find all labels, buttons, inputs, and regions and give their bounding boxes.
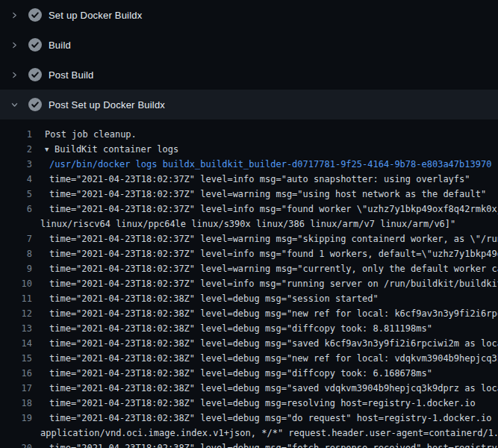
step-label: Set up Docker Buildx — [49, 10, 142, 21]
collapse-triangle-icon: ▼ — [45, 142, 55, 157]
line-number[interactable]: 19 — [0, 411, 32, 426]
line-number — [0, 426, 32, 441]
log-line-1: 1Post job cleanup. — [0, 127, 498, 142]
log-text: time="2021-04-23T18:02:37Z" level=info m… — [32, 202, 498, 217]
log-line-14: 14time="2021-04-23T18:02:38Z" level=debu… — [0, 336, 498, 351]
line-number — [0, 217, 32, 231]
log-line-continuation: application/vnd.oci.image.index.v1+json,… — [0, 426, 498, 441]
log-group-toggle[interactable]: ▼BuildKit container logs — [32, 142, 178, 157]
log-text: BuildKit container logs — [55, 144, 178, 155]
log-area: 1Post job cleanup.2▼BuildKit container l… — [0, 119, 498, 448]
log-text: time="2021-04-23T18:02:37Z" level=warnin… — [32, 261, 498, 276]
workflow-steps-list: Set up Docker BuildxBuildPost BuildPost … — [0, 0, 498, 119]
chevron-down-icon — [9, 99, 19, 110]
log-text: time="2021-04-23T18:02:38Z" level=debug … — [32, 321, 432, 336]
step-label: Post Set up Docker Buildx — [49, 99, 165, 111]
chevron-right-icon — [9, 10, 19, 20]
log-text: time="2021-04-23T18:02:37Z" level=warnin… — [32, 231, 498, 246]
check-circle-icon — [28, 8, 42, 22]
log-line-11: 11time="2021-04-23T18:02:38Z" level=debu… — [0, 291, 498, 306]
line-number[interactable]: 6 — [0, 202, 32, 217]
check-circle-icon — [28, 68, 42, 81]
line-number[interactable]: 18 — [0, 396, 32, 411]
line-number[interactable]: 2 — [0, 142, 32, 157]
log-text: time="2021-04-23T18:02:38Z" level=debug … — [32, 306, 498, 321]
step-label: Post Build — [49, 69, 94, 81]
log-line-16: 16time="2021-04-23T18:02:38Z" level=debu… — [0, 366, 498, 381]
log-text: time="2021-04-23T18:02:38Z" level=debug … — [32, 366, 432, 381]
line-number[interactable]: 4 — [0, 172, 32, 187]
step-header-post-build[interactable]: Post Build — [0, 60, 498, 90]
log-text: time="2021-04-23T18:02:38Z" level=debug … — [32, 336, 498, 351]
log-text: time="2021-04-23T18:02:38Z" level=debug … — [32, 411, 498, 426]
line-number[interactable]: 1 — [0, 127, 32, 142]
log-command-text: /usr/bin/docker logs buildx_buildkit_bui… — [32, 157, 491, 172]
log-text: time="2021-04-23T18:02:37Z" level=info m… — [32, 246, 498, 261]
log-text: time="2021-04-23T18:02:37Z" level=warnin… — [32, 187, 486, 202]
chevron-right-icon — [9, 69, 19, 80]
line-number[interactable]: 15 — [0, 351, 32, 366]
log-line-12: 12time="2021-04-23T18:02:38Z" level=debu… — [0, 306, 498, 321]
line-number[interactable]: 8 — [0, 246, 32, 261]
line-number[interactable]: 13 — [0, 321, 32, 336]
step-header-build[interactable]: Build — [0, 30, 498, 60]
line-number[interactable]: 20 — [0, 441, 32, 448]
line-number[interactable]: 3 — [0, 157, 32, 172]
line-number[interactable]: 9 — [0, 261, 32, 276]
log-text: time="2021-04-23T18:02:37Z" level=info m… — [32, 276, 498, 291]
log-line-4: 4time="2021-04-23T18:02:37Z" level=info … — [0, 172, 498, 187]
line-number[interactable]: 12 — [0, 306, 32, 321]
step-header-post-set-up-docker-buildx[interactable]: Post Set up Docker Buildx — [0, 90, 498, 119]
log-line-15: 15time="2021-04-23T18:02:38Z" level=debu… — [0, 351, 498, 366]
line-number[interactable]: 7 — [0, 231, 32, 246]
line-number[interactable]: 16 — [0, 366, 32, 381]
log-text: time="2021-04-23T18:02:37Z" level=info m… — [32, 172, 470, 187]
log-text: linux/riscv64 linux/ppc64le linux/s390x … — [32, 217, 455, 231]
log-line-18: 18time="2021-04-23T18:02:38Z" level=debu… — [0, 396, 498, 411]
log-line-9: 9time="2021-04-23T18:02:37Z" level=warni… — [0, 261, 498, 276]
log-line-7: 7time="2021-04-23T18:02:37Z" level=warni… — [0, 231, 498, 246]
log-line-3: 3/usr/bin/docker logs buildx_buildkit_bu… — [0, 157, 498, 172]
step-label: Build — [49, 40, 71, 51]
log-text: application/vnd.oci.image.index.v1+json,… — [32, 426, 498, 441]
log-line-13: 13time="2021-04-23T18:02:38Z" level=debu… — [0, 321, 498, 336]
step-header-set-up-docker-buildx[interactable]: Set up Docker Buildx — [0, 0, 498, 30]
check-circle-icon — [28, 38, 42, 52]
check-circle-icon — [28, 98, 42, 111]
log-text: time="2021-04-23T18:02:38Z" level=debug … — [32, 291, 379, 306]
log-line-10: 10time="2021-04-23T18:02:37Z" level=info… — [0, 276, 498, 291]
log-line-continuation: linux/riscv64 linux/ppc64le linux/s390x … — [0, 217, 498, 231]
line-number[interactable]: 5 — [0, 187, 32, 202]
log-text: time="2021-04-23T18:02:38Z" level=debug … — [32, 441, 498, 448]
log-line-8: 8time="2021-04-23T18:02:37Z" level=info … — [0, 246, 498, 261]
log-text: time="2021-04-23T18:02:38Z" level=debug … — [32, 381, 498, 396]
line-number[interactable]: 14 — [0, 336, 32, 351]
log-line-19: 19time="2021-04-23T18:02:38Z" level=debu… — [0, 411, 498, 426]
log-line-2: 2▼BuildKit container logs — [0, 142, 498, 157]
log-text: Post job cleanup. — [32, 127, 137, 142]
line-number[interactable]: 17 — [0, 381, 32, 396]
line-number[interactable]: 10 — [0, 276, 32, 291]
line-number[interactable]: 11 — [0, 291, 32, 306]
log-line-17: 17time="2021-04-23T18:02:38Z" level=debu… — [0, 381, 498, 396]
chevron-right-icon — [9, 40, 19, 50]
log-line-20: 20time="2021-04-23T18:02:38Z" level=debu… — [0, 441, 498, 448]
log-line-5: 5time="2021-04-23T18:02:37Z" level=warni… — [0, 187, 498, 202]
log-line-6: 6time="2021-04-23T18:02:37Z" level=info … — [0, 202, 498, 217]
log-text: time="2021-04-23T18:02:38Z" level=debug … — [32, 396, 476, 411]
log-text: time="2021-04-23T18:02:38Z" level=debug … — [32, 351, 498, 366]
